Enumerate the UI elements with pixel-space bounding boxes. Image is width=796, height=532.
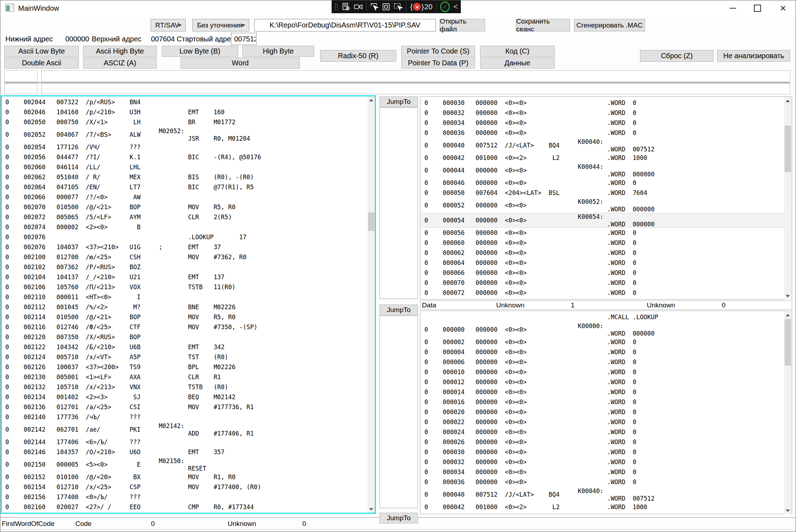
listing-row[interactable]: 0 000022 000000 <0><0> .WORD 0 [421,417,784,427]
error-badge-icon[interactable]: {×} 20 [410,2,432,11]
open-file-button[interactable]: Открыть файл [439,19,485,31]
listing-row[interactable]: 0 000032 000000 <0><0> .WORD 0 [421,457,784,467]
listing-row[interactable]: 0 000032 000000 <0><0> .WORD 0 [421,108,784,118]
listing-row[interactable]: 0 002046 104160 /p/<210> U3H EMT 160 [2,107,368,117]
jumpto-button-top[interactable]: JumpTo [379,96,418,107]
listing-row[interactable]: 0 002076 .LOOKUP 17 [2,232,368,242]
right-top-listing-panel[interactable]: 0 000030 000000 <0><0> .WORD 00 000032 0… [420,96,792,300]
disassembly-panel[interactable]: 0 002044 007322 /р/<RUS> BN40 002046 104… [1,95,376,514]
listing-row[interactable]: 0 000036 000000 <0><0> .WORD 0 [421,477,784,487]
listing-row[interactable]: 0 002140 177736 /чЪ/ ??? [2,412,368,422]
reset-button[interactable]: Сброс (Z) [640,50,714,62]
label-grid-cell[interactable] [41,84,790,94]
jumpto-button-bottom[interactable]: JumpTo [379,513,418,523]
listing-row[interactable]: 0 002070 010500 /@/<21> BOP MOV R5, R0 [2,202,368,212]
listing-row[interactable]: 0 000020 000000 <0><0> .WORD 0 [421,407,784,417]
listing-row[interactable]: 0 002126 100037 <37><200> TS9 BPL M02226 [2,362,368,372]
label-grid-cell[interactable] [4,70,37,82]
listing-row[interactable]: M02150:0 002150 000005 <5><0> E RESET [2,457,368,472]
scroll-thumb[interactable] [368,212,374,231]
listing-row[interactable]: 0 002156 177400 <0>/Ъ/ ??? [2,492,368,502]
listing-row[interactable]: 0 002114 010500 /@/<21> BOP MOV R5, R0 [2,312,368,322]
listing-row[interactable]: 0 000046 000000 <0><0> .WORD 0 [421,178,784,188]
cursor-select-icon[interactable] [370,2,378,11]
listing-row[interactable]: 0 000042 001000 <0><2> L2 .WORD 1000 [421,502,784,512]
scrollbar-vertical[interactable] [368,96,375,513]
listing-row[interactable]: 0 002056 044477 /?I/ K.1 BIC -(R4), @501… [2,152,368,162]
scroll-up-button[interactable] [368,96,375,104]
listing-row[interactable]: 0 000060 000000 <0><0> .WORD 0 [421,238,784,248]
jumpto-list-top[interactable] [379,107,418,299]
listing-row[interactable]: 0 002050 000750 /Х/<1> LH BR M01772 [2,117,368,127]
word-button[interactable]: Word [181,57,300,69]
listing-row[interactable]: M02052:0 002052 004067 /7/<BS> ALW JSR R… [2,127,368,142]
generate-mac-button[interactable]: Сгенерировать .MAC [574,19,645,31]
listing-row[interactable]: 0 002044 007322 /р/<RUS> BN4 [2,97,368,107]
listing-row[interactable]: 0 002144 177406 <6>/Ъ/ ??? [2,437,368,447]
listing-row[interactable]: 0 000004 000000 <0><0> .WORD 0 [421,347,784,357]
code-button[interactable]: Код (C) [480,46,555,57]
snip-cursor-icon[interactable] [394,2,403,11]
scroll-down-button[interactable] [784,507,791,514]
listing-row[interactable]: 0 002100 012700 /ю/<25> CSH MOV #7362, R… [2,252,368,262]
listing-row[interactable]: 0 000002 000000 <0><0> .WORD 0 [421,337,784,347]
asciz-button[interactable]: ASCIZ (A) [83,57,157,69]
listing-row[interactable]: 0 002112 001045 /%/<2> M? BNE M02226 [2,302,368,312]
scroll-up-button[interactable] [784,311,791,318]
listing-row[interactable]: K00052:0 000052 000000 <0><0> .WORD 0000… [421,198,784,213]
maximize-button[interactable] [745,0,770,16]
listing-row[interactable]: 0 000030 000000 <0><0> .WORD 0 [421,98,784,108]
listing-row[interactable]: 0 000042 001000 <0><2> L2 .WORD 1000 [421,153,784,163]
scroll-up-button[interactable] [784,97,791,104]
scrollbar-vertical[interactable] [784,311,791,514]
listing-row[interactable]: 0 000026 000000 <0><0> .WORD 0 [421,437,784,447]
scroll-down-button[interactable] [368,506,375,513]
label-grid-cell[interactable] [4,84,37,94]
start-address-input[interactable] [231,33,257,45]
listing-row[interactable]: 0 002060 046114 /LL/ LHL [2,162,368,172]
listing-row[interactable]: K00000:0 000000 000000 <0><0> .WORD 0000… [421,322,784,337]
listing-row[interactable]: 0 002106 105760 /П/<213> VOX TSTB 11(R0) [2,282,368,292]
listing-row[interactable]: K00040:0 000040 007512 /J/<LAT> BQ4 .WOR… [421,138,784,153]
listing-row[interactable]: 0 002116 012746 /Ф/<25> CTF MOV #7350, -… [2,322,368,332]
listing-row[interactable]: 0 000010 000000 <0><0> .WORD 0 [421,367,784,377]
radix50-button[interactable]: Radix-50 (R) [320,50,396,62]
jumpto-list-middle[interactable] [379,316,418,508]
listing-row[interactable]: 0 000066 000000 <0><0> .WORD 0 [421,268,784,278]
listing-row[interactable]: 0 002152 010100 /@/<20> BX MOV R1, R0 [2,472,368,482]
listing-row[interactable]: 0 002066 000077 /?/<0> AW [2,192,368,202]
listing-row[interactable]: 0 000036 000000 <0><0> .WORD 0 [421,128,784,138]
minimize-button[interactable] [721,0,745,16]
listing-row[interactable]: 0 002146 104357 /О/<210> U6O EMT 357 [2,447,368,457]
listing-row[interactable]: K00044:0 000044 000000 <0><0> [421,512,784,513]
listing-row[interactable]: 0 002102 007362 /Р/<RUS> BOZ [2,262,368,272]
listing-row[interactable]: 0 000064 000000 <0><0> .WORD 0 [421,258,784,268]
format-combo[interactable]: RT/SAV [151,19,186,31]
listing-row[interactable]: 0 000006 000000 <0><0> .WORD 0 [421,357,784,367]
listing-row[interactable]: M02142:0 002142 062701 /аe/ PKI ADD #177… [2,422,368,437]
scrollbar-vertical[interactable] [784,97,791,300]
chevron-left-icon[interactable]: < [453,2,458,11]
listing-row[interactable]: 0 002130 005001 <1><LF> AXA CLR R1 [2,372,368,382]
listing-row[interactable]: 0 002104 104137 /_/<210> U21 EMT 137 [2,272,368,282]
double-ascii-button[interactable]: Double Ascii [4,57,79,69]
scroll-thumb[interactable] [785,126,791,172]
title-bar[interactable]: MainWindow {× [0,0,796,16]
status-check-icon[interactable]: ✓ [440,1,450,12]
listing-row[interactable]: K00044:0 000044 000000 <0><0> .WORD 0000… [421,163,784,178]
listing-row[interactable]: 0 000014 000000 <0><0> .WORD 0 [421,387,784,397]
listing-row[interactable]: 0 002120 007350 /Х/<RUS> BOP [2,332,368,342]
listing-row[interactable]: 0 000016 000000 <0><0> .WORD 0 [421,397,784,407]
listing-row[interactable]: 0 000072 000000 <0><0> .WORD 0 [421,288,784,298]
listing-row[interactable]: 0 002160 020027 <27>/ / EEO CMP R0, #177… [2,502,368,512]
steps-recorder-icon[interactable] [342,2,350,11]
scroll-thumb[interactable] [785,319,791,366]
listing-row[interactable]: 0 000034 000000 <0><0> .WORD 0 [421,118,784,128]
camera-icon[interactable] [354,2,363,11]
right-bottom-listing-panel[interactable]: .MCALL .LOOKUP K00000:0 000000 000000 <0… [420,311,792,514]
file-path-input[interactable] [254,19,436,31]
listing-row[interactable]: 0 002074 000002 <2><0> B [2,222,368,232]
listing-row[interactable]: K00054:0 000054 000000 <0><0> .WORD 0000… [421,213,784,228]
listing-row[interactable]: 0 002124 005710 /х/<VT> A5P TST (R0) [2,352,368,362]
listing-row[interactable]: 0 002110 000011 <HT><0> I [2,292,368,302]
